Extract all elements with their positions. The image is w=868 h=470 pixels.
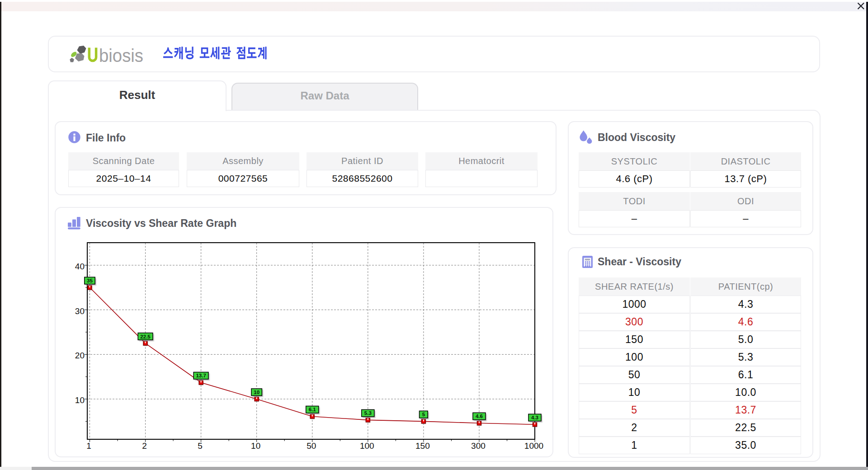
svg-text:5: 5 [422,412,425,417]
svg-text:40: 40 [75,262,85,271]
svg-text:50: 50 [307,441,316,451]
svg-text:4.3: 4.3 [531,415,538,420]
svg-text:13.7: 13.7 [196,373,206,378]
svg-text:35: 35 [87,278,93,283]
svg-text:300: 300 [471,441,486,451]
svg-text:22.5: 22.5 [140,334,151,339]
svg-text:10: 10 [251,441,260,451]
svg-text:150: 150 [415,441,430,451]
svg-text:1: 1 [86,441,91,451]
svg-text:6.1: 6.1 [309,407,316,412]
svg-text:5: 5 [198,441,203,451]
svg-text:10: 10 [75,395,85,405]
svg-text:1000: 1000 [524,441,543,451]
svg-text:5.3: 5.3 [364,410,372,416]
svg-text:4.6: 4.6 [476,414,483,419]
svg-text:10: 10 [254,390,259,395]
svg-text:100: 100 [360,441,374,451]
svg-text:30: 30 [75,306,85,316]
svg-text:2: 2 [142,441,147,451]
svg-text:20: 20 [75,351,85,360]
svg-text:biosis: biosis [99,45,143,66]
